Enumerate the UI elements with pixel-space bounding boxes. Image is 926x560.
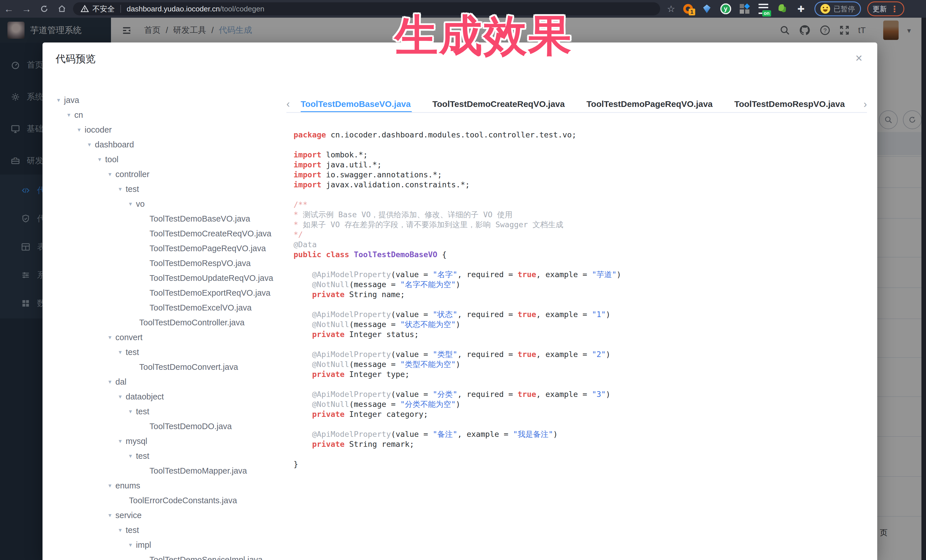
- tree-folder[interactable]: ▾tool: [55, 152, 289, 167]
- code-line: @ApiModelProperty(value = "名字", required…: [294, 269, 621, 279]
- close-icon[interactable]: ×: [855, 52, 862, 64]
- tree-file[interactable]: ToolTestDemoBaseVO.java: [55, 211, 289, 226]
- code-preview-modal: 代码预览 × ▾java▾cn▾iocoder▾dashboard▾tool▾c…: [42, 42, 877, 560]
- code-line: [294, 190, 621, 199]
- file-tabs: ‹ ToolTestDemoBaseVO.javaToolTestDemoCre…: [286, 96, 867, 113]
- code-line: */: [294, 229, 621, 240]
- code-line: [294, 140, 621, 150]
- caret-down-icon: ▾: [119, 393, 122, 400]
- extension-puzzle-icon[interactable]: ✚: [795, 3, 807, 15]
- tree-folder[interactable]: ▾dal: [55, 374, 289, 389]
- tree-file[interactable]: ToolTestDemoCreateReqVO.java: [55, 226, 289, 241]
- tabs-scroll-right-icon[interactable]: ›: [861, 98, 867, 110]
- browser-scrollbar[interactable]: [921, 18, 926, 560]
- tree-file[interactable]: ToolTestDemoPageReqVO.java: [55, 241, 289, 256]
- caret-down-icon: ▾: [119, 349, 122, 356]
- tabs-scroll-left-icon[interactable]: ‹: [286, 98, 290, 110]
- code-line: @NotNull(message = "分类不能为空"): [294, 399, 621, 409]
- tree-file[interactable]: ToolTestDemoDO.java: [55, 419, 289, 434]
- overlay-caption: 生成效果: [395, 7, 572, 65]
- caret-down-icon: ▾: [108, 512, 112, 519]
- extension-grid-icon[interactable]: [738, 3, 750, 15]
- code-line: @ApiModelProperty(value = "类型", required…: [294, 349, 621, 359]
- caret-down-icon: ▾: [77, 126, 81, 133]
- tree-folder[interactable]: ▾test: [55, 404, 289, 419]
- profile-paused-pill[interactable]: 已暂停: [814, 2, 861, 16]
- extension-gem-icon[interactable]: [701, 3, 713, 15]
- home-icon[interactable]: [53, 4, 71, 14]
- extension-badge: 1: [688, 9, 695, 15]
- tree-folder[interactable]: ▾service: [55, 508, 289, 523]
- tree-folder[interactable]: ▾test: [55, 182, 289, 196]
- bookmark-star-icon[interactable]: ☆: [667, 3, 675, 14]
- tree-file[interactable]: ToolTestDemoConvert.java: [55, 359, 289, 374]
- tree-file[interactable]: ToolErrorCodeConstants.java: [55, 493, 289, 508]
- file-tab[interactable]: ToolTestDemoRespVO.java: [734, 96, 845, 112]
- tree-file[interactable]: ToolTestDemoServiceImpl.java: [55, 552, 289, 560]
- tree-folder[interactable]: ▾test: [55, 448, 289, 463]
- tree-folder[interactable]: ▾iocoder: [55, 122, 289, 137]
- code-line: [294, 260, 621, 269]
- code-line: @ApiModelProperty(value = "分类", required…: [294, 389, 621, 399]
- tree-folder[interactable]: ▾impl: [55, 537, 289, 552]
- extension-list-icon[interactable]: on: [757, 3, 769, 15]
- modal-title: 代码预览: [56, 52, 95, 66]
- code-line: @NotNull(message = "状态不能为空"): [294, 319, 621, 329]
- extensions-row: 1 y on ✚: [682, 3, 807, 15]
- extension-y-icon[interactable]: y: [720, 3, 732, 15]
- code-line: }: [294, 459, 621, 469]
- back-icon[interactable]: ←: [0, 3, 18, 15]
- tree-folder[interactable]: ▾convert: [55, 330, 289, 345]
- tree-folder[interactable]: ▾java: [55, 93, 289, 107]
- tree-file[interactable]: ToolTestDemoUpdateReqVO.java: [55, 270, 289, 285]
- reload-icon[interactable]: [35, 4, 53, 14]
- tree-file[interactable]: ToolTestDemoMapper.java: [55, 463, 289, 478]
- tree-node-label: ToolTestDemoDO.java: [150, 422, 232, 431]
- file-tab[interactable]: ToolTestDemoCreateReqVO.java: [433, 96, 565, 112]
- tree-folder[interactable]: ▾vo: [55, 196, 289, 211]
- code-line: public class ToolTestDemoBaseVO {: [294, 249, 621, 260]
- file-tab[interactable]: ToolTestDemoBaseVO.java: [301, 96, 411, 112]
- tree-node-label: test: [126, 525, 139, 535]
- tree-node-label: vo: [136, 199, 145, 209]
- extension-donut-icon[interactable]: 1: [682, 3, 694, 15]
- tree-node-label: service: [115, 511, 142, 520]
- tree-folder[interactable]: ▾test: [55, 523, 289, 537]
- tree-file[interactable]: ToolTestDemoController.java: [55, 315, 289, 330]
- tree-folder[interactable]: ▾cn: [55, 107, 289, 122]
- url-host: dashboard.yudao.iocoder.cn: [127, 5, 220, 14]
- tree-file[interactable]: ToolTestDemoRespVO.java: [55, 256, 289, 270]
- tree-folder[interactable]: ▾test: [55, 345, 289, 359]
- tree-folder[interactable]: ▾dataobject: [55, 389, 289, 404]
- tree-file[interactable]: ToolTestDemoExcelVO.java: [55, 300, 289, 315]
- tree-node-label: dal: [115, 377, 127, 386]
- security-label: 不安全: [92, 4, 115, 14]
- tree-file[interactable]: ToolTestDemoExportReqVO.java: [55, 285, 289, 300]
- tree-node-label: test: [136, 407, 150, 416]
- tree-folder[interactable]: ▾enums: [55, 478, 289, 493]
- paused-label: 已暂停: [834, 4, 855, 14]
- code-line: private String remark;: [294, 439, 621, 449]
- tree-node-label: test: [136, 451, 150, 461]
- code-line: [294, 449, 621, 459]
- forward-icon[interactable]: →: [18, 3, 35, 15]
- caret-down-icon: ▾: [119, 438, 122, 445]
- tree-node-label: ToolTestDemoPageReqVO.java: [150, 244, 266, 253]
- tree-folder[interactable]: ▾controller: [55, 167, 289, 182]
- caret-down-icon: ▾: [108, 378, 112, 385]
- extension-sprout-icon[interactable]: [776, 3, 788, 15]
- tree-node-label: impl: [136, 540, 151, 550]
- chrome-update-button[interactable]: 更新 ⋮: [867, 2, 904, 16]
- tree-folder[interactable]: ▾dashboard: [55, 137, 289, 152]
- caret-down-icon: ▾: [119, 527, 122, 533]
- code-line: import io.swagger.annotations.*;: [294, 170, 621, 180]
- not-secure-warning-icon: [80, 5, 89, 13]
- tree-node-label: convert: [115, 333, 143, 342]
- tree-folder[interactable]: ▾mysql: [55, 434, 289, 448]
- code-line: import javax.validation.constraints.*;: [294, 180, 621, 190]
- code-line: private Integer status;: [294, 329, 621, 339]
- caret-down-icon: ▾: [129, 201, 132, 207]
- code-line: [294, 299, 621, 309]
- file-tab[interactable]: ToolTestDemoPageReqVO.java: [587, 96, 713, 112]
- tree-node-label: ToolTestDemoServiceImpl.java: [150, 555, 262, 560]
